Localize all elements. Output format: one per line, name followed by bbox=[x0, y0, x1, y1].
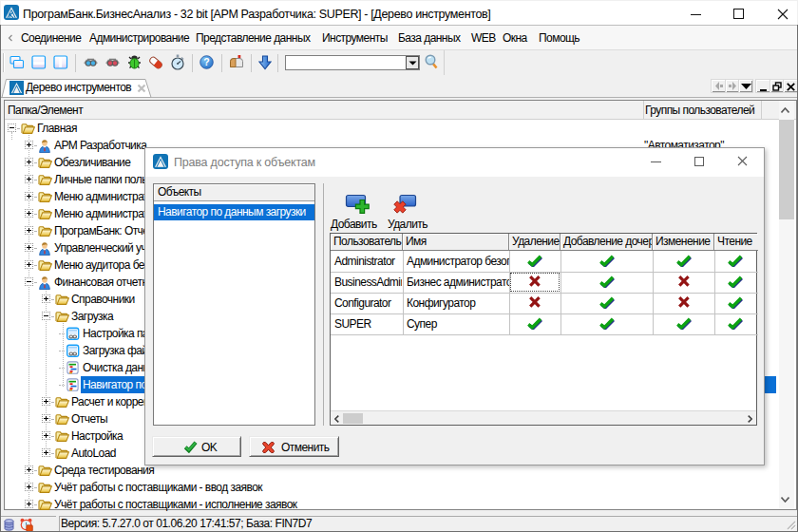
svg-text:?: ? bbox=[203, 56, 209, 67]
